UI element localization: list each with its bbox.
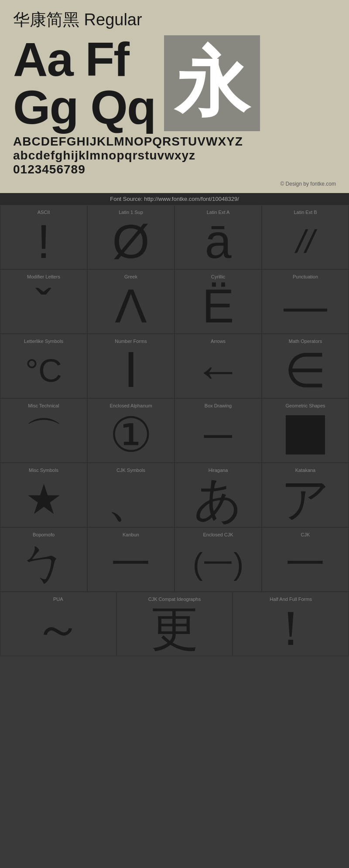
glyph-char-punctuation: — bbox=[284, 282, 327, 330]
glyph-cell-enclosedcjk: Enclosed CJK (一) bbox=[174, 527, 262, 592]
glyph-char-miscsymbols: ★ bbox=[25, 475, 62, 523]
glyph-cell-latin1sup: Latin 1 Sup Ø bbox=[87, 205, 174, 269]
glyph-cell-modifier: Modifier Letters ˇ bbox=[0, 269, 87, 334]
glyph-char-boxdrawing: ─ bbox=[204, 411, 232, 459]
glyph-cell-geoshapes: Geometric Shapes bbox=[262, 398, 349, 463]
glyph-cell-arrows: Arrows ← bbox=[174, 334, 262, 398]
sample-letters-row1: Aa Ff bbox=[13, 35, 129, 83]
glyph-char-misctech: ⌒ bbox=[25, 411, 62, 459]
glyph-label-geoshapes: Geometric Shapes bbox=[264, 403, 346, 408]
header-section: 华康简黑 Regular Aa Ff Gg Qq 永 ABCDEFGHIJKLM… bbox=[0, 0, 349, 193]
glyph-grid: ASCII ! Latin 1 Sup Ø Latin Ext A ā Lati… bbox=[0, 205, 349, 592]
glyph-cell-greek: Greek Λ bbox=[87, 269, 174, 334]
glyph-char-ascii: ! bbox=[37, 217, 51, 265]
alphabet-lower: abcdefghijklmnopqrstuvwxyz bbox=[13, 149, 336, 163]
glyph-label-latinextb: Latin Ext B bbox=[264, 210, 346, 215]
glyph-cell-latinextb: Latin Ext B // bbox=[262, 205, 349, 269]
alphabet-upper: ABCDEFGHIJKLMNOPQRSTUVWXYZ bbox=[13, 135, 336, 149]
glyph-char-arrows: ← bbox=[194, 346, 242, 394]
chinese-char: 永 bbox=[175, 46, 249, 120]
numbers: 0123456789 bbox=[13, 163, 336, 176]
glyph-char-greek: Λ bbox=[115, 282, 147, 330]
glyph-cell-cjkcompat: CJK Compat Ideographs 更 bbox=[116, 592, 233, 656]
glyph-char-cjksymbols: 、 bbox=[107, 475, 155, 523]
copyright: © Design by fontke.com bbox=[13, 179, 336, 189]
glyph-cell-cjk: CJK 一 bbox=[262, 527, 349, 592]
black-square bbox=[286, 415, 325, 454]
glyph-char-pua: ～ bbox=[34, 604, 82, 652]
glyph-cell-halfandfull: Half And Full Forms ！ bbox=[233, 592, 349, 656]
glyph-label-boxdrawing: Box Drawing bbox=[177, 403, 259, 408]
glyph-char-letterlike: °C bbox=[25, 346, 62, 394]
glyph-label-cjk: CJK bbox=[264, 532, 346, 537]
glyph-char-katakana: ア bbox=[281, 475, 330, 523]
glyph-char-bopomofo: ㄅ bbox=[20, 540, 68, 588]
glyph-cell-cyrillic: Cyrillic Ё bbox=[174, 269, 262, 334]
glyph-char-mathops: ∈ bbox=[284, 346, 326, 394]
glyph-label-letterlike: Letterlike Symbols bbox=[3, 339, 85, 344]
glyph-cell-letterlike: Letterlike Symbols °C bbox=[0, 334, 87, 398]
glyph-char-cyrillic: Ё bbox=[202, 282, 234, 330]
glyph-char-latin1sup: Ø bbox=[112, 217, 150, 265]
glyph-cell-latinexta: Latin Ext A ā bbox=[174, 205, 262, 269]
glyph-char-halfandfull: ！ bbox=[267, 604, 315, 652]
glyph-cell-miscsymbols: Misc Symbols ★ bbox=[0, 463, 87, 527]
glyph-grid-bottom: PUA ～ CJK Compat Ideographs 更 Half And F… bbox=[0, 592, 349, 656]
glyph-char-numberforms: Ⅰ bbox=[124, 346, 138, 394]
glyph-char-enclosedcjk: (一) bbox=[193, 540, 244, 588]
glyph-cell-mathops: Math Operators ∈ bbox=[262, 334, 349, 398]
glyph-cell-boxdrawing: Box Drawing ─ bbox=[174, 398, 262, 463]
source-bar: Font Source: http://www.fontke.com/font/… bbox=[0, 193, 349, 205]
glyph-char-enclosedalpha: ① bbox=[109, 411, 153, 459]
glyph-cell-katakana: Katakana ア bbox=[262, 463, 349, 527]
chinese-sample-container: 永 bbox=[164, 35, 260, 131]
glyph-cell-numberforms: Number Forms Ⅰ bbox=[87, 334, 174, 398]
glyph-label-enclosedcjk: Enclosed CJK bbox=[177, 532, 259, 537]
glyph-char-geoshapes bbox=[286, 411, 325, 459]
font-title: 华康简黑 Regular bbox=[13, 9, 336, 31]
glyph-char-cjk: 一 bbox=[286, 540, 325, 588]
glyph-char-latinexta: ā bbox=[205, 217, 231, 265]
glyph-cell-cjksymbols: CJK Symbols 、 bbox=[87, 463, 174, 527]
glyph-label-misctech: Misc Technical bbox=[3, 403, 85, 408]
glyph-char-modifier: ˇ bbox=[36, 282, 52, 330]
glyph-cell-kanbun: Kanbun 一 bbox=[87, 527, 174, 592]
glyph-cell-misctech: Misc Technical ⌒ bbox=[0, 398, 87, 463]
glyph-cell-bopomofo: Bopomofo ㄅ bbox=[0, 527, 87, 592]
glyph-cell-ascii: ASCII ! bbox=[0, 205, 87, 269]
glyph-cell-punctuation: Punctuation — bbox=[262, 269, 349, 334]
glyph-char-cjkcompat: 更 bbox=[151, 604, 198, 652]
glyph-label-miscsymbols: Misc Symbols bbox=[3, 468, 85, 473]
glyph-cell-pua: PUA ～ bbox=[0, 592, 116, 656]
glyph-char-hiragana: あ bbox=[194, 475, 243, 523]
glyph-cell-hiragana: Hiragana あ bbox=[174, 463, 262, 527]
glyph-label-punctuation: Punctuation bbox=[264, 274, 346, 279]
glyph-label-kanbun: Kanbun bbox=[90, 532, 172, 537]
sample-letters-row2: Gg Qq bbox=[13, 83, 155, 131]
glyph-char-kanbun: 一 bbox=[111, 540, 151, 588]
glyph-char-latinextb: // bbox=[296, 217, 315, 265]
glyph-cell-enclosedalpha: Enclosed Alphanum ① bbox=[87, 398, 174, 463]
